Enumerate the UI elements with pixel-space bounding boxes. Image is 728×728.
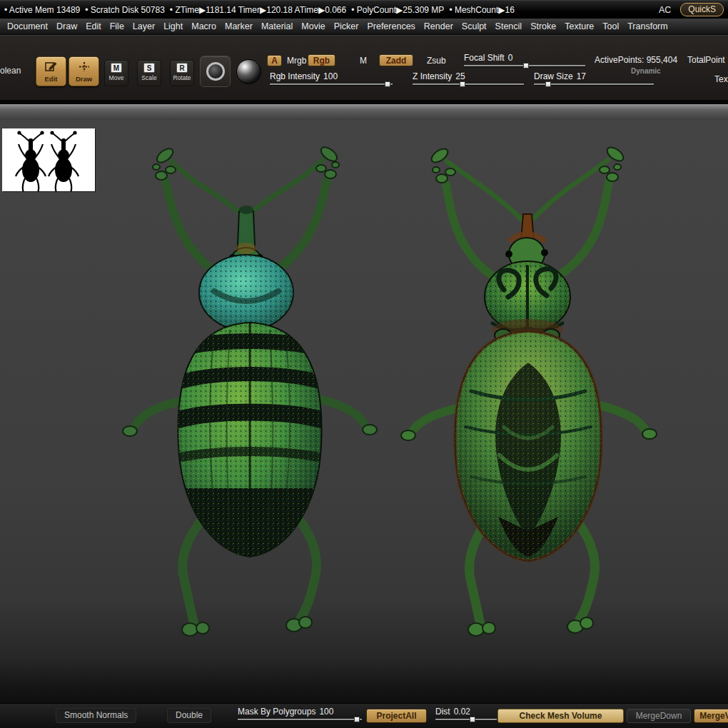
draw-size-track[interactable] (534, 84, 654, 85)
dist-value: 0.02 (454, 707, 470, 717)
status-ztime-timer: • ZTime▶1181.14 Timer▶120.18 ATime▶0.066 (170, 5, 346, 15)
weevil-dorsal-view[interactable] (123, 144, 377, 636)
draw-size-value: 17 (577, 71, 586, 81)
edit-button-label: Edit (45, 76, 58, 82)
current-brush-button[interactable] (200, 56, 231, 87)
status-active-mem: • Active Mem 13489 (4, 5, 80, 15)
total-points-readout-partial: TotalPoint (687, 55, 728, 65)
focal-shift-track[interactable] (464, 65, 585, 66)
menu-macro[interactable]: Macro (187, 19, 221, 34)
menu-document[interactable]: Document (3, 19, 52, 34)
menu-file[interactable]: File (106, 19, 128, 34)
rotate-gyro-icon: R (176, 63, 188, 73)
menu-preferences[interactable]: Preferences (363, 19, 419, 34)
active-points-readout: ActivePoints: 955,404 (595, 55, 677, 65)
m-toggle[interactable]: M (360, 56, 367, 66)
boolean-partial-label[interactable]: olean (0, 66, 21, 76)
z-intensity-slider[interactable]: Z Intensity25 (413, 71, 524, 85)
status-polycount: • PolyCount▶25.309 MP (351, 5, 444, 15)
texture-readout-partial: Tex (714, 74, 728, 84)
scale-button[interactable]: S Scale (137, 60, 161, 86)
project-all-button[interactable]: ProjectAll (366, 709, 427, 723)
mrgb-toggle[interactable]: Mrgb (287, 56, 306, 66)
rgb-intensity-track[interactable] (270, 84, 393, 85)
mask-by-polygroups-handle[interactable] (354, 717, 360, 722)
mask-by-polygroups-label: Mask By Polygroups (238, 707, 315, 717)
document-canvas[interactable] (0, 120, 728, 703)
menu-material[interactable]: Material (257, 19, 297, 34)
edit-button[interactable]: Edit (36, 56, 66, 86)
rotate-button[interactable]: R Rotate (170, 60, 194, 86)
zadd-toggle-active[interactable]: Zadd (379, 54, 413, 66)
dist-handle[interactable] (470, 717, 475, 722)
z-intensity-handle[interactable] (460, 81, 465, 87)
menu-draw[interactable]: Draw (52, 19, 81, 34)
menu-marker[interactable]: Marker (221, 19, 257, 34)
weevil-ventral-view[interactable] (401, 145, 657, 636)
crosshair-icon (78, 61, 91, 75)
draw-button[interactable]: Draw (69, 56, 99, 86)
menu-texture[interactable]: Texture (560, 19, 598, 34)
menu-bar: Document Draw Edit File Layer Light Macr… (0, 19, 728, 35)
status-meshcount: • MeshCount▶16 (449, 5, 514, 15)
draw-button-label: Draw (76, 76, 92, 82)
status-bar: • Active Mem 13489 • Scratch Disk 50783 … (0, 0, 728, 19)
focal-shift-handle[interactable] (523, 63, 529, 69)
mask-by-polygroups-slider[interactable]: Mask By Polygroups100 (238, 707, 362, 720)
sculpt-model-weevils[interactable] (0, 120, 728, 703)
move-button-label: Move (109, 74, 124, 81)
menu-render[interactable]: Render (420, 19, 457, 34)
beetle-silhouettes-thumbnail (2, 128, 95, 191)
smooth-normals-toggle[interactable]: Smooth Normals (56, 708, 136, 723)
brush-stroke-icon (206, 62, 225, 81)
dist-slider[interactable]: Dist0.02 (435, 707, 497, 720)
double-toggle[interactable]: Double (167, 708, 211, 723)
status-scratch-disk: • Scratch Disk 50783 (85, 5, 165, 15)
focal-shift-slider[interactable]: Focal Shift0 (464, 53, 585, 66)
quicksave-button[interactable]: QuickS (680, 3, 724, 16)
menu-picker[interactable]: Picker (330, 19, 363, 34)
top-shelf-toolbar: olean Edit Draw M Move S Scale R Rotate … (0, 36, 728, 100)
menu-light[interactable]: Light (159, 19, 187, 34)
focal-shift-label: Focal Shift (464, 53, 505, 63)
draw-size-handle[interactable] (545, 81, 551, 87)
material-sphere-button[interactable] (236, 59, 261, 84)
menu-sculpt[interactable]: Sculpt (457, 19, 491, 34)
canvas-top-divider[interactable] (0, 104, 728, 120)
bottom-shelf-toolbar: Smooth Normals Double Mask By Polygroups… (0, 703, 728, 728)
menu-edit[interactable]: Edit (81, 19, 106, 34)
menu-stencil[interactable]: Stencil (491, 19, 527, 34)
focal-shift-value: 0 (508, 53, 513, 63)
rgb-intensity-value: 100 (323, 71, 338, 81)
scale-gyro-icon: S (143, 63, 155, 73)
mask-by-polygroups-track[interactable] (238, 719, 362, 720)
draw-size-slider[interactable]: Draw Size17 (534, 71, 654, 85)
check-mesh-volume-button[interactable]: Check Mesh Volume (497, 709, 624, 723)
menu-tool[interactable]: Tool (598, 19, 623, 34)
menu-movie[interactable]: Movie (297, 19, 329, 34)
rgb-toggle-active[interactable]: Rgb (308, 54, 335, 66)
rotate-button-label: Rotate (173, 74, 191, 81)
ac-label: AC (659, 5, 671, 15)
rgb-intensity-slider[interactable]: Rgb Intensity100 (270, 71, 393, 85)
dist-track[interactable] (435, 719, 497, 720)
z-intensity-value: 25 (455, 71, 465, 81)
merge-down-button[interactable]: MergeDown (627, 709, 691, 723)
alpha-button[interactable]: A (267, 55, 282, 66)
pencil-square-icon (45, 61, 58, 75)
rgb-intensity-handle[interactable] (385, 81, 390, 87)
dist-label: Dist (435, 707, 450, 717)
rgb-intensity-label: Rgb Intensity (270, 71, 320, 81)
mask-by-polygroups-value: 100 (319, 707, 333, 717)
zsub-toggle[interactable]: Zsub (427, 56, 446, 66)
menu-transform[interactable]: Transform (623, 19, 672, 34)
scale-button-label: Scale (141, 74, 156, 81)
z-intensity-label: Z Intensity (413, 71, 452, 81)
menu-layer[interactable]: Layer (128, 19, 159, 34)
move-button[interactable]: M Move (104, 60, 128, 86)
menu-stroke[interactable]: Stroke (526, 19, 560, 34)
draw-size-label: Draw Size (534, 71, 573, 81)
document-thumbnail[interactable] (2, 128, 95, 191)
merge-visible-button-partial[interactable]: MergeV (694, 709, 728, 723)
z-intensity-track[interactable] (413, 84, 524, 85)
